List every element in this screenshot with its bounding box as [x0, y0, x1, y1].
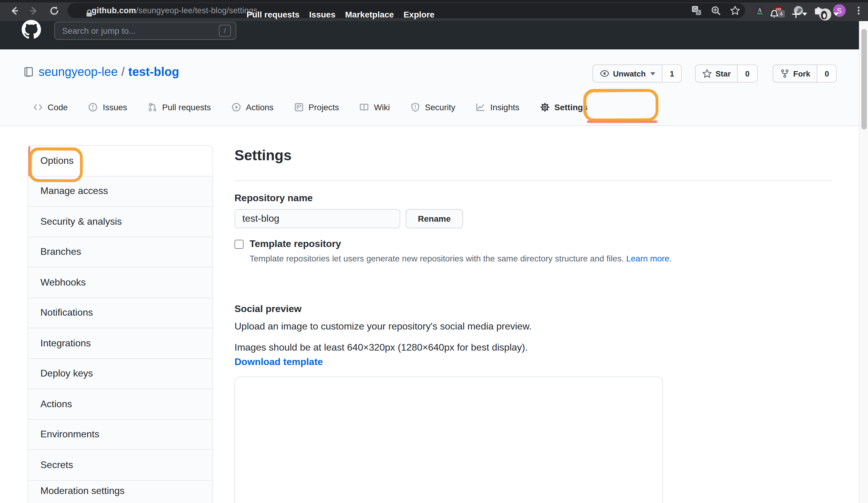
nav-explore[interactable]: Explore	[404, 9, 435, 19]
fork-button[interactable]: Fork	[773, 64, 817, 83]
sidebar-item-label: Moderation settings	[40, 485, 124, 496]
tab-code[interactable]: Code	[23, 95, 78, 119]
reload-button[interactable]	[48, 4, 61, 18]
fork-button-group: Fork 0	[773, 64, 837, 83]
star-count[interactable]: 0	[738, 64, 757, 83]
template-repository-checkbox[interactable]	[235, 240, 244, 249]
url-text: github.com/seungyeop-lee/test-blog/setti…	[92, 6, 257, 15]
page-title: Settings	[235, 147, 291, 164]
forward-button[interactable]	[27, 4, 40, 18]
learn-more-link[interactable]: Learn more.	[626, 254, 672, 263]
sidebar-item-branches[interactable]: Branches	[28, 237, 212, 268]
fork-count[interactable]: 0	[817, 64, 837, 83]
sidebar-item-label: Branches	[40, 247, 81, 258]
star-button[interactable]: Star	[695, 64, 738, 83]
zoom-page-icon[interactable]	[711, 6, 721, 15]
sidebar-item-label: Environments	[40, 429, 100, 440]
bookmark-star-icon[interactable]	[730, 6, 740, 15]
repo-book-icon	[23, 67, 34, 77]
chevron-down-icon	[802, 13, 807, 15]
unwatch-label: Unwatch	[613, 69, 645, 78]
sidebar-item-manage-access[interactable]: Manage access	[28, 176, 212, 207]
tab-security[interactable]: Security	[400, 95, 466, 119]
sidebar-item-options[interactable]: Options	[28, 146, 212, 176]
code-icon	[33, 102, 43, 112]
chevron-down-icon	[650, 72, 655, 75]
tab-pull-requests[interactable]: Pull requests	[137, 95, 221, 119]
sidebar-item-secrets[interactable]: Secrets	[28, 450, 212, 480]
sidebar-item-label: Manage access	[40, 186, 108, 197]
sidebar-item-integrations[interactable]: Integrations	[28, 328, 212, 359]
tab-projects[interactable]: Projects	[284, 95, 349, 119]
sidebar-item-moderation-settings[interactable]: Moderation settings	[28, 480, 212, 503]
user-menu-button[interactable]	[819, 8, 838, 20]
repository-name-input[interactable]	[235, 209, 400, 228]
browser-menu-kebab-icon[interactable]	[854, 6, 864, 15]
tab-actions[interactable]: Actions	[221, 95, 284, 119]
sidebar-item-label: Integrations	[40, 338, 91, 349]
download-template-link[interactable]: Download template	[235, 357, 323, 367]
issue-icon	[88, 102, 98, 112]
url-path: /seungyeop-lee/test-blog/settings	[136, 6, 258, 15]
sidebar-item-label: Options	[40, 155, 74, 166]
social-preview-line2: Images should be at least 640×320px (128…	[235, 342, 528, 353]
sidebar-item-security-analysis[interactable]: Security & analysis	[28, 207, 212, 237]
nav-pull-requests[interactable]: Pull requests	[247, 9, 300, 19]
divider	[235, 180, 832, 181]
rename-button[interactable]: Rename	[406, 209, 463, 228]
dictionary-extension-icon[interactable]: A	[755, 6, 765, 15]
graph-icon	[476, 102, 486, 112]
sidebar-item-webhooks[interactable]: Webhooks	[28, 268, 212, 298]
unwatch-button[interactable]: Unwatch	[592, 64, 662, 83]
template-repository-label: Template repository	[249, 239, 341, 249]
plus-icon	[792, 10, 800, 19]
browser-window: github.com/seungyeop-lee/test-blog/setti…	[0, 0, 868, 503]
scrollbar-track[interactable]	[859, 21, 868, 503]
star-icon	[702, 69, 712, 78]
star-label: Star	[715, 69, 731, 78]
nav-marketplace[interactable]: Marketplace	[345, 9, 394, 19]
watch-count[interactable]: 1	[662, 64, 682, 83]
play-circle-icon	[231, 102, 241, 112]
settings-sidebar: Options Manage access Security & analysi…	[28, 145, 213, 503]
slash-key-hint: /	[219, 25, 231, 37]
sidebar-item-label: Secrets	[40, 460, 73, 471]
repo-tab-bar: Code Issues Pull requests Actions	[23, 95, 598, 119]
repo-name-link[interactable]: test-blog	[128, 65, 179, 79]
search-placeholder: Search or jump to...	[62, 26, 219, 35]
wiki-book-icon	[360, 102, 369, 112]
sidebar-item-notifications[interactable]: Notifications	[28, 298, 212, 328]
github-logo-icon[interactable]	[22, 20, 41, 39]
gear-icon	[540, 102, 549, 112]
tab-insights[interactable]: Insights	[466, 95, 530, 119]
scrollbar-thumb[interactable]	[861, 29, 867, 129]
github-header-right	[769, 0, 838, 28]
sidebar-item-label: Actions	[40, 399, 72, 410]
social-preview-line1: Upload an image to customize your reposi…	[235, 321, 532, 332]
template-repository-description: Template repositories let users generate…	[249, 254, 672, 263]
project-board-icon	[294, 102, 304, 112]
repo-owner-link[interactable]: seungyeop-lee	[39, 65, 117, 79]
tab-issues[interactable]: Issues	[78, 95, 137, 119]
nav-issues[interactable]: Issues	[309, 9, 335, 19]
social-preview-upload-area[interactable]	[235, 377, 663, 503]
svg-text:A: A	[758, 7, 762, 13]
tab-wiki[interactable]: Wiki	[349, 95, 400, 119]
github-search-box[interactable]: Search or jump to... /	[54, 22, 236, 40]
sidebar-item-actions[interactable]: Actions	[28, 389, 212, 420]
fork-label: Fork	[793, 69, 810, 78]
sidebar-item-deploy-keys[interactable]: Deploy keys	[28, 359, 212, 389]
notifications-bell-icon[interactable]	[769, 9, 779, 19]
translate-icon[interactable]: G A	[691, 6, 702, 15]
repo-title: seungyeop-lee / test-blog	[23, 65, 179, 79]
shield-icon	[411, 102, 420, 112]
watch-button-group: Unwatch 1	[592, 64, 682, 83]
repository-name-label: Repository name	[235, 193, 313, 203]
create-new-button[interactable]	[792, 10, 807, 19]
star-button-group: Star 0	[695, 64, 757, 83]
back-button[interactable]	[8, 4, 21, 18]
pull-request-icon	[148, 102, 157, 112]
repo-separator: /	[121, 65, 124, 79]
tab-settings[interactable]: Settings	[529, 95, 598, 119]
sidebar-item-environments[interactable]: Environments	[28, 420, 212, 450]
